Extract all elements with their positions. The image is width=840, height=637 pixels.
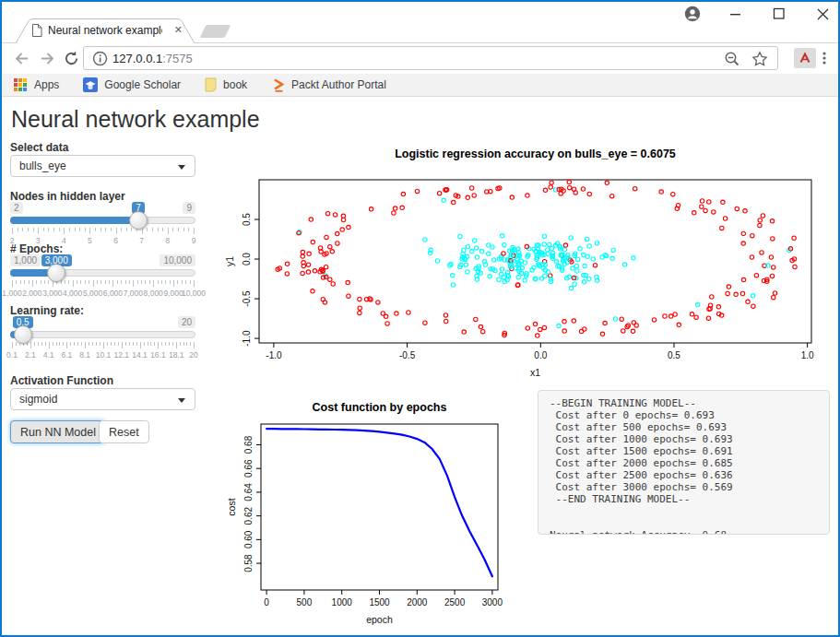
url-host: 127.0.0.1 — [112, 52, 162, 65]
reload-icon[interactable] — [63, 50, 80, 67]
svg-text:Logistic regression accuracy o: Logistic regression accuracy on bulls_ey… — [395, 147, 676, 160]
minimize-button[interactable] — [728, 7, 744, 24]
svg-text:-1.0: -1.0 — [242, 330, 252, 347]
page-info-icon[interactable] — [92, 51, 108, 70]
svg-text:cost: cost — [226, 498, 237, 515]
pdf-extension-icon[interactable] — [794, 48, 816, 68]
bookmark-label: book — [223, 78, 247, 91]
url-text[interactable]: 127.0.0.1:7575 — [112, 52, 193, 65]
apps-grid-icon — [13, 77, 28, 92]
svg-text:epoch: epoch — [366, 614, 393, 625]
tab-strip: Neural network example ✕ — [2, 2, 838, 43]
svg-text:-0.5: -0.5 — [399, 350, 416, 360]
shiny-app-page: Neural network example Select data bulls… — [2, 97, 838, 635]
svg-text:0.60: 0.60 — [243, 530, 254, 549]
browser-tab[interactable]: Neural network example ✕ — [15, 18, 195, 43]
svg-text:1500: 1500 — [369, 597, 390, 608]
svg-text:0.64: 0.64 — [243, 483, 254, 501]
svg-text:-1.0: -1.0 — [266, 350, 282, 360]
browser-window: Neural network example ✕ — [0, 0, 840, 637]
svg-text:1.0: 1.0 — [801, 350, 814, 360]
zoom-out-icon[interactable] — [724, 51, 740, 71]
training-log-output: --BEGIN TRAINING MODEL-- Cost after 0 ep… — [538, 390, 830, 535]
profile-icon[interactable] — [684, 6, 701, 26]
svg-text:3000: 3000 — [482, 597, 503, 608]
browser-toolbar: 127.0.0.1:7575 — [2, 43, 838, 74]
svg-text:0.58: 0.58 — [243, 554, 254, 572]
svg-text:500: 500 — [297, 597, 313, 608]
svg-text:-0.5: -0.5 — [242, 290, 252, 307]
maximize-button[interactable] — [771, 7, 787, 24]
back-icon[interactable] — [13, 50, 30, 67]
plots-canvas: Logistic regression accuracy on bulls_ey… — [2, 97, 836, 635]
url-port: :7575 — [162, 52, 193, 65]
bookmark-apps[interactable]: Apps — [13, 77, 59, 92]
tab-close-icon[interactable]: ✕ — [174, 24, 183, 36]
bookmark-label: Apps — [34, 78, 59, 91]
bookmark-label: Packt Author Portal — [291, 78, 386, 91]
bookmarks-bar: Apps Google Scholar book Packt Author Po… — [2, 74, 838, 97]
close-button[interactable] — [814, 7, 831, 25]
forward-icon[interactable] — [39, 50, 56, 67]
svg-text:0.62: 0.62 — [243, 506, 254, 525]
svg-text:0.5: 0.5 — [668, 350, 680, 360]
window-controls — [684, 6, 831, 26]
tab-title: Neural network example — [48, 24, 162, 37]
google-scholar-icon — [83, 77, 98, 92]
svg-text:0.5: 0.5 — [242, 213, 252, 226]
svg-text:x1: x1 — [530, 367, 540, 378]
browser-menu-icon[interactable] — [816, 50, 833, 70]
bookmark-star-icon[interactable] — [751, 51, 768, 71]
address-bar[interactable]: 127.0.0.1:7575 — [83, 46, 778, 70]
slider-handle[interactable] — [14, 325, 32, 344]
packt-icon — [271, 77, 285, 92]
svg-text:0.66: 0.66 — [243, 459, 254, 478]
svg-text:1000: 1000 — [332, 597, 353, 608]
page-favicon-icon — [31, 24, 42, 41]
svg-text:y1: y1 — [224, 256, 235, 266]
svg-text:2000: 2000 — [407, 597, 428, 608]
bookmark-label: Google Scholar — [104, 78, 181, 91]
book-icon — [205, 77, 217, 92]
svg-text:0.0: 0.0 — [242, 253, 252, 265]
svg-text:0: 0 — [264, 597, 269, 608]
svg-text:Cost function by epochs: Cost function by epochs — [313, 401, 447, 414]
bookmark-book[interactable]: book — [205, 77, 247, 92]
bookmark-packt[interactable]: Packt Author Portal — [271, 77, 386, 92]
svg-text:0.68: 0.68 — [243, 435, 254, 454]
svg-text:2500: 2500 — [444, 597, 466, 608]
svg-text:0.0: 0.0 — [534, 350, 547, 360]
new-tab-button[interactable] — [200, 25, 231, 38]
bookmark-google-scholar[interactable]: Google Scholar — [83, 77, 181, 92]
